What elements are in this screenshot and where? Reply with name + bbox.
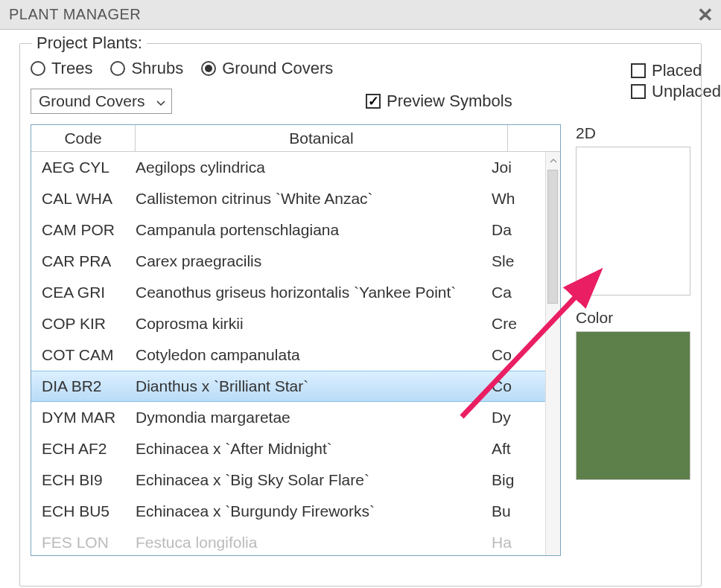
- th-code[interactable]: Code: [31, 125, 136, 151]
- cell-code: AEG CYL: [42, 159, 136, 176]
- dropdown-row: Ground Covers Preview Symbols: [31, 89, 690, 114]
- cell-third: Joi: [492, 159, 529, 176]
- cell-code: COP KIR: [42, 315, 136, 333]
- close-icon[interactable]: ✕: [697, 5, 714, 25]
- cell-code: CAR PRA: [42, 252, 136, 270]
- cell-third: Dy: [492, 409, 529, 426]
- radio-ground-covers-circle[interactable]: [201, 61, 216, 76]
- label-color: Color: [576, 309, 690, 327]
- project-plants-fieldset: Project Plants: Trees Shrubs Ground Cove…: [19, 43, 702, 587]
- cell-third: Cre: [492, 315, 529, 333]
- cell-code: CEA GRI: [42, 284, 136, 301]
- table-row[interactable]: ECH BU5Echinacea x `Burgundy Fireworks`B…: [31, 496, 545, 527]
- chevron-down-icon: [156, 92, 165, 110]
- table-row[interactable]: DIA BR2Dianthus x `Brilliant Star`Co: [31, 371, 545, 402]
- radio-shrubs-circle[interactable]: [110, 61, 125, 76]
- table-row[interactable]: CAM PORCampanula portenschlagianaDa: [31, 214, 545, 246]
- cell-botanical: Dymondia margaretae: [136, 409, 492, 426]
- radio-shrubs[interactable]: Shrubs: [110, 59, 183, 78]
- radio-shrubs-label: Shrubs: [131, 59, 183, 78]
- table-row[interactable]: AEG CYLAegilops cylindricaJoi: [31, 152, 545, 183]
- preview-2d-box: [576, 147, 690, 295]
- cell-code: COT CAM: [42, 346, 136, 364]
- window-title: PLANT MANAGER: [9, 6, 141, 23]
- th-botanical[interactable]: Botanical: [136, 125, 508, 151]
- scroll-thumb[interactable]: [547, 170, 558, 304]
- radio-ground-covers[interactable]: Ground Covers: [201, 59, 333, 78]
- cell-botanical: Ceanothus griseus horizontalis `Yankee P…: [136, 284, 492, 301]
- color-swatch[interactable]: [576, 331, 690, 480]
- cell-botanical: Carex praegracilis: [136, 252, 492, 270]
- scroll-up-icon[interactable]: [546, 152, 560, 170]
- main-area: Code Botanical AEG CYLAegilops cylindric…: [31, 124, 690, 556]
- cell-third: Big: [492, 471, 529, 489]
- cell-code: CAM POR: [42, 221, 136, 239]
- table-row[interactable]: ECH AF2Echinacea x `After Midnight`Aft: [31, 433, 545, 464]
- cell-botanical: Campanula portenschlagiana: [136, 221, 492, 239]
- plant-type-radios-row: Trees Shrubs Ground Covers: [31, 59, 690, 78]
- table-row[interactable]: CEA GRICeanothus griseus horizontalis `Y…: [31, 277, 545, 308]
- cell-botanical: Echinacea x `Burgundy Fireworks`: [136, 502, 492, 520]
- cell-third: Aft: [492, 440, 529, 458]
- cell-code: ECH BU5: [42, 502, 136, 520]
- cell-code: FES LON: [42, 534, 136, 552]
- cell-third: Co: [492, 377, 529, 395]
- table-row[interactable]: DYM MARDymondia margaretaeDy: [31, 402, 545, 433]
- cell-code: DYM MAR: [42, 409, 136, 426]
- cell-code: ECH BI9: [42, 471, 136, 489]
- radio-ground-covers-label: Ground Covers: [222, 59, 333, 78]
- cell-botanical: Cotyledon campanulata: [136, 346, 492, 364]
- cell-third: Ha: [492, 534, 529, 552]
- fieldset-legend: Project Plants:: [32, 33, 147, 53]
- th-third[interactable]: [508, 125, 560, 151]
- radio-trees-circle[interactable]: [31, 61, 45, 76]
- preview-symbols-checkbox[interactable]: [366, 94, 381, 109]
- cell-botanical: Echinacea x `After Midnight`: [136, 440, 492, 458]
- cell-third: Sle: [492, 252, 529, 270]
- plant-type-radios: Trees Shrubs Ground Covers: [31, 59, 333, 78]
- cell-third: Wh: [492, 190, 529, 208]
- content-area: Placed Unplaced Project Plants: Trees Sh…: [0, 30, 721, 587]
- dropdown-value: Ground Covers: [39, 92, 144, 110]
- cell-code: DIA BR2: [42, 377, 136, 395]
- plants-table: Code Botanical AEG CYLAegilops cylindric…: [31, 124, 561, 556]
- table-body: AEG CYLAegilops cylindricaJoiCAL WHACall…: [31, 152, 560, 555]
- cell-third: Da: [492, 221, 529, 239]
- cell-botanical: Festuca longifolia: [136, 534, 492, 552]
- preview-symbols-checkbox-item[interactable]: Preview Symbols: [366, 92, 512, 111]
- cell-third: Bu: [492, 502, 529, 520]
- table-row[interactable]: CAR PRACarex praegracilisSle: [31, 246, 545, 277]
- table-header: Code Botanical: [31, 125, 560, 152]
- cell-botanical: Aegilops cylindrica: [136, 159, 492, 176]
- table-row[interactable]: COT CAMCotyledon campanulataCo: [31, 339, 545, 371]
- table-row[interactable]: COP KIRCoprosma kirkiiCre: [31, 308, 545, 339]
- cell-botanical: Echinacea x `Big Sky Solar Flare`: [136, 471, 492, 489]
- cell-botanical: Dianthus x `Brilliant Star`: [136, 377, 492, 395]
- scrollbar[interactable]: [545, 152, 560, 555]
- label-2d: 2D: [576, 124, 690, 142]
- radio-trees-label: Trees: [51, 59, 92, 78]
- cell-code: ECH AF2: [42, 440, 136, 458]
- preview-symbols-label: Preview Symbols: [387, 92, 512, 111]
- cell-third: Co: [492, 346, 529, 364]
- table-row[interactable]: CAL WHACallistemon citrinus `White Anzac…: [31, 183, 545, 214]
- cell-botanical: Coprosma kirkii: [136, 315, 492, 333]
- cell-botanical: Callistemon citrinus `White Anzac`: [136, 190, 492, 208]
- table-row[interactable]: FES LONFestuca longifoliaHa: [31, 527, 545, 555]
- table-row[interactable]: ECH BI9Echinacea x `Big Sky Solar Flare`…: [31, 464, 545, 496]
- right-panel: 2D Color: [576, 124, 690, 556]
- cell-third: Ca: [492, 284, 529, 301]
- category-dropdown[interactable]: Ground Covers: [31, 89, 172, 114]
- cell-code: CAL WHA: [42, 190, 136, 208]
- titlebar: PLANT MANAGER ✕: [0, 0, 721, 30]
- radio-trees[interactable]: Trees: [31, 59, 92, 78]
